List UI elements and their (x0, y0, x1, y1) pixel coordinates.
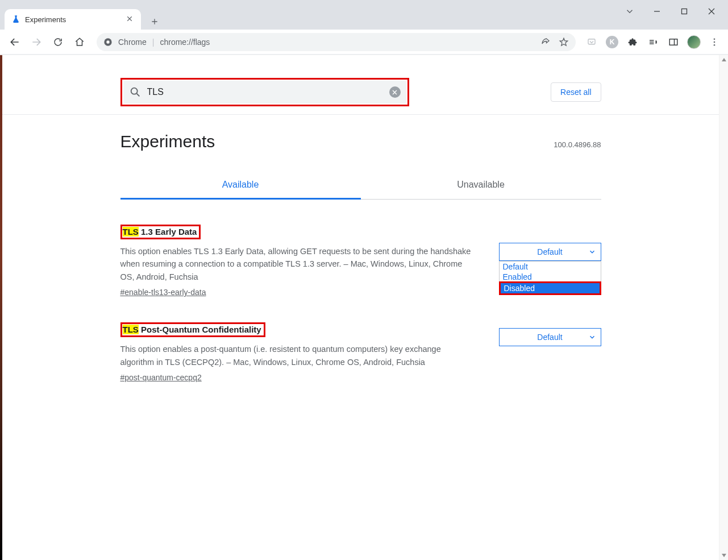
profile-avatar[interactable] (686, 34, 702, 50)
svg-point-5 (714, 38, 715, 40)
scroll-down-arrow-icon[interactable] (719, 551, 728, 560)
flask-icon (11, 15, 20, 24)
flags-tabs: Available Unavailable (120, 172, 601, 200)
dropdown-option-disabled[interactable]: Disabled (499, 281, 601, 295)
media-control-icon[interactable] (645, 34, 661, 50)
close-tab-icon[interactable] (126, 15, 134, 23)
address-bar[interactable]: Chrome | chrome://flags (97, 33, 576, 51)
select-value: Default (537, 247, 562, 256)
page-title: Experiments (120, 132, 215, 151)
url-text: chrome://flags (160, 38, 210, 47)
chrome-version: 100.0.4896.88 (554, 140, 601, 149)
extension-k-badge[interactable]: K (604, 34, 620, 50)
svg-point-8 (131, 88, 137, 94)
experiment-state-select[interactable]: Default (499, 243, 601, 261)
clear-search-icon[interactable] (389, 86, 401, 98)
experiment-title: TLS Post-Quantum Confidentiality (123, 325, 261, 334)
forward-button[interactable] (27, 33, 45, 51)
experiment-description: This option enables a post-quantum (i.e.… (120, 343, 476, 368)
home-button[interactable] (70, 33, 89, 51)
tab-available[interactable]: Available (120, 172, 361, 200)
extension-pocket-icon[interactable] (584, 34, 600, 50)
svg-point-6 (714, 41, 715, 43)
scroll-up-arrow-icon[interactable] (719, 55, 728, 64)
bookmark-star-icon[interactable] (559, 37, 569, 47)
svg-point-7 (714, 44, 715, 45)
flags-page: Reset all Experiments 100.0.4896.88 Avai… (2, 61, 719, 383)
toolbar-extension-icons: K (584, 34, 722, 50)
extensions-puzzle-icon[interactable] (625, 34, 640, 50)
window-close-button[interactable] (698, 2, 725, 20)
dropdown-option-default[interactable]: Default (500, 262, 601, 272)
select-value: Default (537, 333, 562, 342)
browser-tab-active[interactable]: Experiments (5, 9, 141, 30)
experiment-hash-link[interactable]: #enable-tls13-early-data (120, 288, 206, 297)
browser-tabs: Experiments (0, 0, 163, 30)
window-minimize-button[interactable] (644, 2, 670, 20)
new-tab-button[interactable] (147, 14, 163, 30)
experiment-state-dropdown: Default Enabled Disabled (499, 261, 601, 295)
share-icon[interactable] (540, 37, 551, 47)
browser-toolbar: Chrome | chrome://flags K (0, 30, 728, 55)
svg-rect-4 (669, 39, 677, 45)
search-icon (129, 86, 142, 98)
url-scheme-label: Chrome (118, 38, 147, 47)
dropdown-option-enabled[interactable]: Enabled (500, 272, 601, 282)
chevron-down-icon (588, 248, 596, 256)
side-panel-icon[interactable] (665, 34, 681, 50)
window-maximize-button[interactable] (671, 2, 697, 20)
chevron-down-icon (588, 333, 596, 341)
experiment-row: TLS Post-Quantum Confidentiality This op… (120, 322, 601, 383)
vertical-scrollbar[interactable] (719, 55, 728, 560)
window-titlebar: Experiments (0, 0, 728, 30)
tab-search-chevron-icon[interactable] (617, 2, 643, 20)
reset-all-button[interactable]: Reset all (551, 82, 601, 102)
svg-rect-0 (682, 9, 687, 14)
experiment-state-select[interactable]: Default (499, 328, 601, 346)
experiment-description: This option enables TLS 1.3 Early Data, … (120, 245, 476, 283)
flags-search-input[interactable] (147, 87, 384, 97)
menu-kebab-icon[interactable] (706, 34, 722, 50)
back-button[interactable] (6, 33, 24, 51)
url-separator: | (152, 38, 155, 47)
browser-tab-title: Experiments (25, 15, 122, 24)
tab-unavailable[interactable]: Unavailable (361, 172, 601, 199)
flags-search-box[interactable] (123, 81, 406, 103)
window-controls (617, 0, 728, 23)
flags-page-scroll: Reset all Experiments 100.0.4896.88 Avai… (2, 55, 719, 560)
chrome-icon (103, 38, 113, 47)
content-area: Reset all Experiments 100.0.4896.88 Avai… (0, 55, 728, 560)
experiment-hash-link[interactable]: #post-quantum-cecpq2 (120, 373, 202, 382)
svg-point-2 (106, 40, 109, 43)
experiment-title: TLS 1.3 Early Data (123, 227, 197, 237)
experiment-title-highlight-box: TLS 1.3 Early Data (120, 225, 201, 239)
experiment-row: TLS 1.3 Early Data This option enables T… (120, 225, 601, 297)
reload-button[interactable] (49, 33, 67, 51)
search-highlight-box (120, 78, 409, 106)
experiment-title-highlight-box: TLS Post-Quantum Confidentiality (120, 322, 265, 337)
